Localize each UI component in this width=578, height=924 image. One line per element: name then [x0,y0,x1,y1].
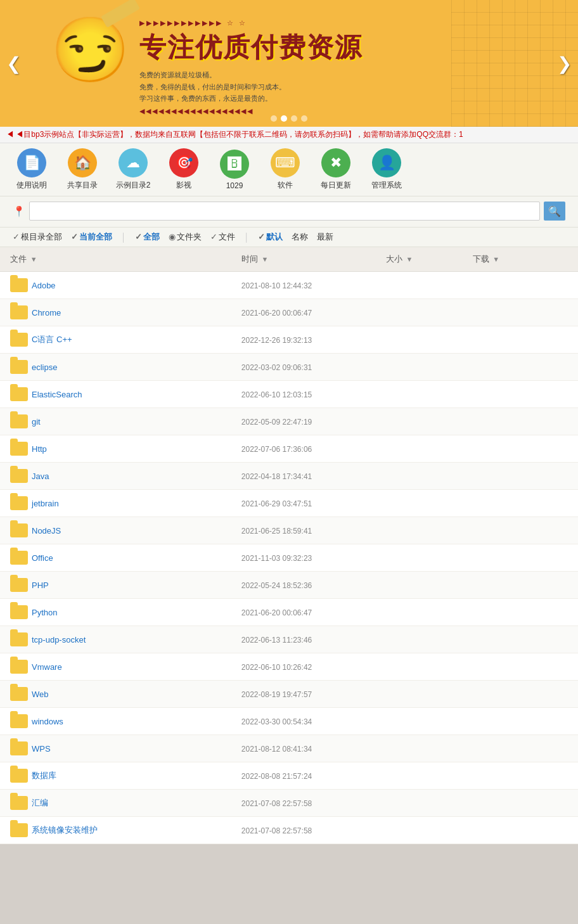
search-bar: 📍 🔍 [0,196,578,228]
search-button[interactable]: 🔍 [544,202,565,221]
file-name-link[interactable]: Http [32,444,47,454]
table-header-row: 文件 ▼ 时间 ▼ 大小 ▼ 下载 ▼ [0,247,578,272]
file-name-link[interactable]: Web [32,690,49,699]
nav-item-usage[interactable]: 📄 使用说明 [13,148,51,191]
search-input[interactable] [29,202,540,221]
file-download [463,626,578,653]
file-name-link[interactable]: ElasticSearch [32,390,82,399]
nav-usage-label: 使用说明 [16,180,47,191]
file-download [463,272,578,299]
nav-item-example2[interactable]: ☁ 示例目录2 [114,148,152,191]
col-header-time[interactable]: 时间 ▼ [231,247,376,272]
file-date: 2022-06-10 10:26:42 [241,663,312,672]
file-name-link[interactable]: Adobe [32,281,56,290]
file-name-link[interactable]: 数据库 [32,770,56,781]
col-header-size[interactable]: 大小 ▼ [376,247,463,272]
folder-cell: jetbrain [10,496,221,510]
nav-item-admin[interactable]: 👤 管理系统 [368,148,406,191]
file-download [463,817,578,844]
banner-dot-4[interactable] [301,115,307,122]
folder-cell: Adobe [10,278,221,292]
file-name-link[interactable]: eclipse [32,363,57,372]
folder-cell: C语言 C++ [10,333,221,347]
nav-admin-label: 管理系统 [371,180,402,191]
file-name-link[interactable]: Office [32,553,53,563]
nav-item-software[interactable]: ⌨ 软件 [266,148,304,191]
file-name-link[interactable]: windows [32,717,63,726]
daily-icon: ✖ [321,148,350,177]
file-date: 2021-08-10 12:44:32 [241,281,312,290]
folder-icon [10,714,28,728]
banner-dot-3[interactable] [291,115,297,122]
file-name-link[interactable]: git [32,417,41,427]
file-name-link[interactable]: 系统镜像安装维护 [32,825,98,836]
file-download [463,708,578,735]
file-date: 2021-08-12 08:41:34 [241,745,312,754]
page-wrapper: 😏 ▶▶▶▶▶▶▶▶▶▶▶▶ ☆ ☆ 专注优质付费资源 免费的资源就是垃圾桶。 … [0,0,578,924]
banner-dot-1[interactable] [271,115,277,122]
notice-text: ◀目bp3示例站点【非实际运营】，数据均来自互联网【包括但不限于联系二维码，请勿… [16,130,463,139]
search-icon: 🔍 [548,205,561,217]
filter-current[interactable]: ✓当前全部 [71,231,112,243]
file-name-link[interactable]: Java [32,472,49,481]
nav-item-shared[interactable]: 🏠 共享目录 [63,148,101,191]
file-name-link[interactable]: Vmware [32,662,62,672]
time-sort-icon: ▼ [261,255,268,263]
folder-cell: Java [10,469,221,483]
col-header-file[interactable]: 文件 ▼ [0,247,231,272]
admin-icon: 👤 [372,148,401,177]
file-name-link[interactable]: Chrome [32,308,61,318]
banner-next-button[interactable]: ❯ [557,53,572,74]
file-name-link[interactable]: C语言 C++ [32,334,72,345]
nav-item-daily[interactable]: ✖ 每日更新 [317,148,355,191]
folder-icon [10,632,28,646]
file-name-link[interactable]: PHP [32,581,49,590]
file-size [376,490,463,517]
folder-icon [10,823,28,837]
folder-cell: 数据库 [10,769,221,783]
file-download [463,463,578,490]
file-download [463,681,578,708]
folder-cell: Http [10,442,221,456]
file-date: 2022-05-24 18:52:36 [241,581,312,590]
file-name-link[interactable]: Python [32,608,57,617]
file-size [376,544,463,572]
file-date: 2021-06-20 00:06:47 [241,608,312,617]
table-row: jetbrain 2021-06-29 03:47:51 [0,490,578,517]
file-download [463,408,578,435]
file-date: 2022-08-08 21:57:24 [241,772,312,781]
filter-name[interactable]: 名称 [292,231,308,243]
banner-prev-button[interactable]: ❮ [6,53,21,74]
filter-folder[interactable]: ◉文件夹 [169,231,202,243]
folder-icon [10,414,28,428]
filter-all[interactable]: ✓全部 [135,231,160,243]
file-name-link[interactable]: WPS [32,744,51,754]
filter-default[interactable]: ✓默认 [258,231,283,243]
folder-cell: Chrome [10,305,221,319]
nav-item-1029[interactable]: 🅱 1029 [215,150,254,190]
folder-cell: 系统镜像安装维护 [10,823,221,837]
filter-latest[interactable]: 最新 [317,231,333,243]
file-name-link[interactable]: jetbrain [32,499,59,508]
file-download [463,735,578,762]
folder-icon [10,442,28,456]
file-date: 2021-06-29 03:47:51 [241,499,312,508]
nav-item-video[interactable]: 🎯 影视 [165,148,203,191]
banner-dot-2[interactable] [281,115,287,122]
file-name-link[interactable]: tcp-udp-socket [32,635,86,645]
usage-icon: 📄 [17,148,46,177]
file-download [463,326,578,354]
file-name-link[interactable]: NodeJS [32,526,61,536]
table-row: git 2022-05-09 22:47:19 [0,408,578,435]
file-name-link[interactable]: 汇编 [32,797,48,809]
col-header-download[interactable]: 下载 ▼ [463,247,578,272]
filter-root[interactable]: ✓根目录全部 [13,231,62,243]
table-row: eclipse 2022-03-02 09:06:31 [0,354,578,381]
pin-icon: 📍 [13,205,25,217]
folder-cell: windows [10,714,221,728]
file-download [463,599,578,626]
file-date: 2021-11-03 09:32:23 [241,554,312,563]
filter-bar: ✓根目录全部 ✓当前全部 │ ✓全部 ◉文件夹 ✓文件 │ ✓默认 名称 最新 [0,228,578,247]
file-size [376,599,463,626]
filter-file[interactable]: ✓文件 [210,231,235,243]
